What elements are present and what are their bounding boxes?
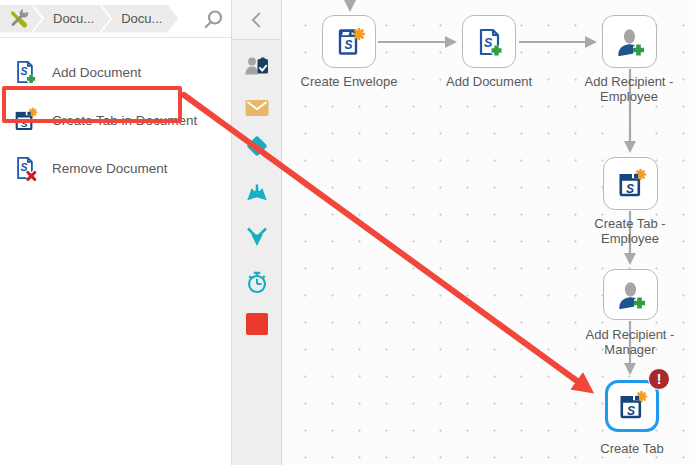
recipient-add-icon — [614, 26, 646, 58]
tab-create-icon: S — [615, 168, 647, 200]
breadcrumb: Docu... Docu... — [0, 0, 231, 38]
document-add-icon: S — [12, 58, 38, 86]
palette-item-add-document[interactable]: S Add Document — [0, 50, 231, 94]
collapse-panel-button[interactable] — [232, 0, 281, 40]
node-create-tab-employee[interactable]: S — [603, 157, 658, 210]
breadcrumb-segment[interactable]: Docu... — [101, 5, 178, 33]
svg-text:S: S — [21, 161, 28, 173]
palette-item-label: Remove Document — [52, 161, 168, 176]
error-badge[interactable]: ! — [648, 368, 670, 390]
node-create-envelope[interactable]: S — [322, 15, 376, 68]
toolstrip — [232, 0, 282, 465]
tools-icon — [7, 8, 29, 30]
document-add-icon: S — [473, 26, 505, 58]
svg-text:S: S — [21, 118, 28, 129]
breadcrumb-label: Docu... — [121, 11, 162, 26]
condition-diamond-icon — [244, 133, 270, 159]
breadcrumb-home[interactable] — [0, 5, 42, 33]
branch-split-icon — [244, 182, 270, 208]
action-list: S Add Document S Create Tab in Document … — [0, 38, 231, 190]
search-icon — [201, 8, 225, 32]
tool-send-email[interactable] — [244, 95, 270, 121]
workflow-canvas[interactable]: S Create Envelope S Add Document Add Rec… — [282, 0, 695, 465]
tool-timer[interactable] — [244, 269, 270, 295]
breadcrumb-label: Docu... — [53, 11, 94, 26]
tool-terminate[interactable] — [244, 311, 270, 337]
tool-branch-split[interactable] — [244, 182, 270, 208]
tab-create-icon: S — [616, 390, 648, 422]
chevron-left-icon — [246, 9, 268, 31]
tool-condition[interactable] — [244, 133, 270, 159]
email-icon — [244, 95, 270, 121]
terminate-icon — [244, 311, 270, 337]
node-add-recipient-employee[interactable] — [602, 15, 657, 68]
svg-text:S: S — [345, 37, 353, 51]
timer-icon — [244, 269, 270, 295]
palette-item-label: Create Tab in Document — [52, 113, 197, 128]
node-create-tab[interactable]: S — [605, 380, 659, 432]
document-create-tab-icon: S — [12, 106, 38, 134]
svg-text:S: S — [627, 404, 635, 418]
envelope-create-icon: S — [333, 26, 365, 58]
branch-merge-icon — [244, 225, 270, 251]
palette-item-remove-document[interactable]: S Remove Document — [0, 146, 231, 190]
palette-item-label: Add Document — [52, 65, 141, 80]
search-button[interactable] — [201, 8, 225, 32]
palette-item-create-tab-in-document[interactable]: S Create Tab in Document — [0, 94, 231, 146]
node-add-recipient-manager[interactable] — [603, 269, 658, 320]
breadcrumb-segment[interactable]: Docu... — [33, 5, 110, 33]
document-remove-icon: S — [12, 154, 38, 182]
node-add-document[interactable]: S — [462, 15, 516, 68]
action-palette-sidebar: Docu... Docu... S Add Document — [0, 0, 232, 465]
recipient-add-icon — [615, 279, 647, 311]
assign-task-icon — [244, 53, 270, 79]
svg-text:S: S — [626, 181, 634, 195]
tool-assign-task[interactable] — [244, 53, 270, 79]
svg-text:S: S — [21, 65, 28, 77]
tool-branch-merge[interactable] — [244, 225, 270, 251]
